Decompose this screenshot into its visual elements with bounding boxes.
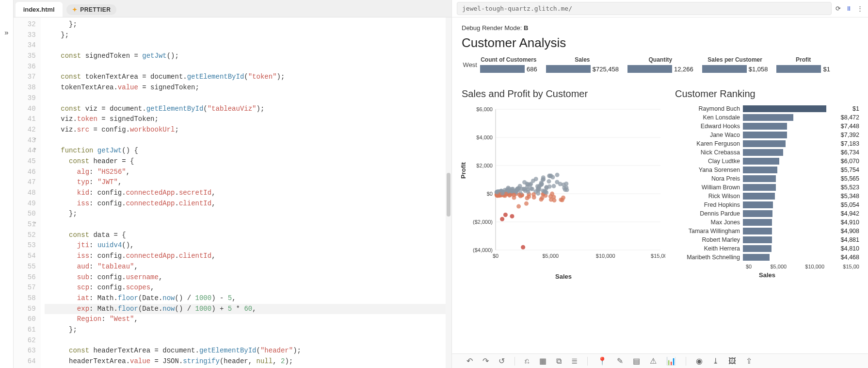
svg-point-185 xyxy=(555,180,559,184)
ranking-row[interactable]: Keith Herrera$4,810 xyxy=(675,244,859,253)
ranking-row[interactable]: Karen Ferguson$7,183 xyxy=(675,139,859,148)
annotate-icon[interactable]: ✎ xyxy=(617,356,623,366)
ranking-row[interactable]: Fred Hopkins$5,054 xyxy=(675,201,859,209)
reload-icon[interactable]: ⟳ xyxy=(836,5,841,12)
svg-text:$5,000: $5,000 xyxy=(543,253,559,259)
ranking-value: $4,910 xyxy=(832,219,859,226)
ranking-value: $4,908 xyxy=(832,228,859,234)
ranking-value: $6,734 xyxy=(832,149,859,156)
svg-point-180 xyxy=(526,187,530,192)
ranking-row[interactable]: Maribeth Schnelling$4,468 xyxy=(675,253,859,262)
replay-icon[interactable]: ⎌ xyxy=(525,357,530,366)
alert-icon[interactable]: ⚠ xyxy=(650,356,657,366)
ranking-bar xyxy=(743,210,772,217)
ranking-row[interactable]: Edward Hooks$7,448 xyxy=(675,122,859,131)
ranking-row[interactable]: Max Jones$4,910 xyxy=(675,218,859,227)
ranking-name: Nick Crebassa xyxy=(675,149,743,156)
metric-3[interactable]: Sales per Customer$1,058 xyxy=(702,56,768,73)
ranking-name: Raymond Buch xyxy=(675,105,743,112)
ranking-name: Tamara Willingham xyxy=(675,228,743,234)
ranking-bar xyxy=(743,228,772,234)
scrollbar-thumb[interactable] xyxy=(447,173,450,217)
editor-pane: index.html ✦ PRETTIER 323334353637383940… xyxy=(14,0,451,368)
ranking-bar xyxy=(743,201,773,208)
share-icon[interactable]: ⇪ xyxy=(746,356,752,366)
svg-point-115 xyxy=(539,181,544,185)
ranking-bar xyxy=(743,245,772,252)
data-icon[interactable]: ▤ xyxy=(633,356,640,366)
scatter-chart[interactable]: Sales and Profit by Customer Profit ($4,… xyxy=(462,88,670,279)
pause-icon[interactable]: ⏸ xyxy=(846,5,852,12)
metric-value: $725,458 xyxy=(593,66,619,73)
image-icon[interactable]: 🖼 xyxy=(728,357,736,366)
svg-text:$10,000: $10,000 xyxy=(596,253,615,259)
svg-point-129 xyxy=(544,185,548,189)
ranking-row[interactable]: Robert Marley$4,881 xyxy=(675,235,859,244)
url-input[interactable] xyxy=(457,2,832,15)
metric-1[interactable]: Sales$725,458 xyxy=(546,56,619,73)
ranking-bar xyxy=(743,105,826,112)
ranking-name: Clay Ludtke xyxy=(675,158,743,165)
metrics-row: West Count of Customers686Sales$725,458Q… xyxy=(462,56,859,73)
download-icon[interactable]: ⤓ xyxy=(712,356,719,366)
metric-4[interactable]: Profit$1 xyxy=(776,56,830,73)
svg-point-177 xyxy=(515,186,520,191)
svg-point-193 xyxy=(524,201,529,206)
ranking-row[interactable]: Raymond Buch$1 xyxy=(675,104,859,113)
editor-scrollbar[interactable] xyxy=(446,17,451,368)
svg-point-182 xyxy=(555,173,560,177)
svg-point-128 xyxy=(522,180,527,184)
region-label: West xyxy=(462,61,480,68)
undo-icon[interactable]: ↶ xyxy=(466,356,473,366)
dashboard-icon[interactable]: ▦ xyxy=(539,356,547,366)
watch-icon[interactable]: ◉ xyxy=(696,356,703,366)
ranking-bar xyxy=(743,254,770,261)
ranking-row[interactable]: Tamara Willingham$4,908 xyxy=(675,227,859,235)
metrics-icon[interactable]: ≣ xyxy=(571,356,578,366)
ranking-row[interactable]: Nick Crebassa$6,734 xyxy=(675,148,859,157)
prettier-label: PRETTIER xyxy=(80,6,111,13)
ranking-name: William Brown xyxy=(675,184,743,191)
redo-icon[interactable]: ↷ xyxy=(482,356,489,366)
ranking-value: $6,070 xyxy=(832,158,859,165)
metric-bar xyxy=(480,65,525,73)
metric-bar xyxy=(546,65,591,73)
revert-icon[interactable]: ↺ xyxy=(498,356,505,366)
view-icon[interactable]: ⧉ xyxy=(556,357,562,366)
svg-point-166 xyxy=(528,183,532,187)
ranking-value: $4,881 xyxy=(832,236,859,243)
metric-2[interactable]: Quantity12,266 xyxy=(627,56,693,73)
metric-header: Sales per Customer xyxy=(702,56,768,63)
metric-value: $1,058 xyxy=(749,66,768,73)
ranking-row[interactable]: Dennis Pardue$4,942 xyxy=(675,209,859,218)
ranking-name: Nora Preis xyxy=(675,175,743,182)
code-editor[interactable]: 3233343536373839404142434445464748495051… xyxy=(14,17,451,368)
more-icon[interactable]: ⋮ xyxy=(857,5,863,12)
ranking-name: Keith Herrera xyxy=(675,245,743,252)
ranking-bar xyxy=(743,175,776,182)
ranking-row[interactable]: Jane Waco$7,392 xyxy=(675,131,859,139)
metric-0[interactable]: Count of Customers686 xyxy=(480,56,537,73)
ranking-value: $8,472 xyxy=(832,114,859,121)
ranking-name: Karen Ferguson xyxy=(675,140,743,147)
prettier-button[interactable]: ✦ PRETTIER xyxy=(66,4,117,15)
ranking-row[interactable]: Yana Sorensen$5,754 xyxy=(675,166,859,174)
ranking-row[interactable]: Clay Ludtke$6,070 xyxy=(675,157,859,166)
viz-toolbar: ↶↷↺⎌▦⧉≣📍✎▤⚠📊◉⤓🖼⇪ xyxy=(452,353,868,368)
pin-icon[interactable]: 📍 xyxy=(597,356,607,366)
svg-point-146 xyxy=(541,189,545,193)
ranking-row[interactable]: Rick Wilson$5,348 xyxy=(675,192,859,201)
ranking-value: $5,348 xyxy=(832,193,859,200)
svg-point-137 xyxy=(508,193,512,197)
ranking-row[interactable]: Ken Lonsdale$8,472 xyxy=(675,113,859,122)
tab-index-html[interactable]: index.html xyxy=(16,2,63,17)
svg-point-32 xyxy=(525,196,529,200)
expand-panel-icon[interactable]: » xyxy=(4,28,8,36)
metric-header: Profit xyxy=(776,56,830,63)
ranking-chart[interactable]: Customer Ranking Raymond Buch$1Ken Lonsd… xyxy=(675,88,859,279)
metric-icon[interactable]: 📊 xyxy=(666,356,676,366)
ranking-row[interactable]: Nora Preis$5,565 xyxy=(675,174,859,183)
preview-body: Debug Render Mode: B Customer Analysis W… xyxy=(452,17,868,368)
metric-value: $1 xyxy=(823,66,830,73)
ranking-row[interactable]: William Brown$5,523 xyxy=(675,183,859,192)
